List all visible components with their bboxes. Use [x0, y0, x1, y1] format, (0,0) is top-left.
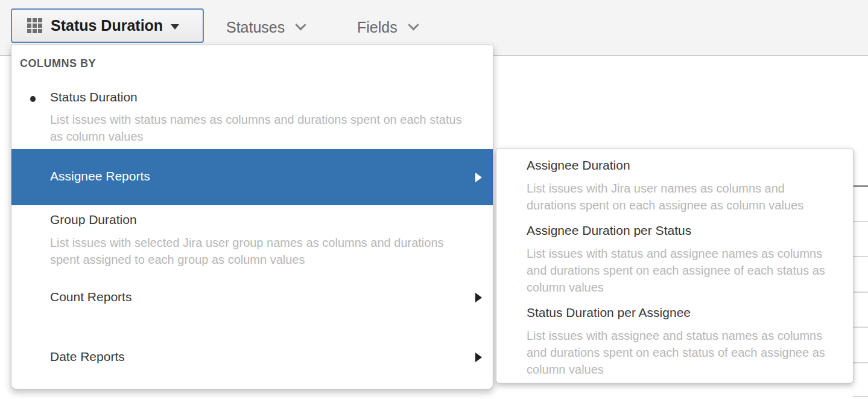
assignee-reports-submenu: Assignee Duration List issues with Jira … [496, 148, 854, 383]
chevron-down-icon [408, 19, 419, 30]
submenu-arrow-icon [475, 293, 482, 302]
background-table-header-line [853, 185, 868, 187]
chevron-down-icon [296, 19, 306, 30]
report-type-button[interactable]: Status Duration [11, 8, 204, 43]
submenu-arrow-icon [475, 173, 482, 182]
menu-item-group-duration-description: List issues with selected Jira user grou… [50, 234, 472, 268]
submenu-item-assignee-duration-per-status[interactable]: Assignee Duration per Status [527, 223, 691, 238]
menu-item-status-duration[interactable]: Status Duration [50, 89, 138, 105]
submenu-item-assignee-duration[interactable]: Assignee Duration [527, 158, 630, 173]
menu-item-count-reports[interactable]: Count Reports [50, 289, 131, 305]
menu-item-assignee-reports[interactable]: Assignee Reports [11, 149, 493, 205]
menu-item-group-duration[interactable]: Group Duration [50, 212, 137, 228]
menu-item-assignee-reports-label: Assignee Reports [50, 169, 150, 184]
grid-icon [27, 18, 42, 33]
menu-item-date-reports[interactable]: Date Reports [50, 349, 125, 365]
report-type-button-label: Status Duration [51, 17, 163, 34]
statuses-menu-label: Statuses [226, 19, 285, 36]
fields-menu-label: Fields [357, 19, 398, 36]
submenu-arrow-icon [475, 353, 482, 362]
submenu-item-assignee-duration-per-status-description: List issues with status and assignee nam… [527, 245, 832, 296]
section-label: COLUMNS BY [20, 57, 96, 70]
submenu-item-status-duration-per-assignee-description: List issues with assignee and status nam… [527, 327, 832, 378]
caret-down-icon [171, 24, 179, 30]
selected-item-bullet-icon [30, 96, 36, 102]
background-table-row-line [853, 327, 868, 328]
app-screen: Status Duration Statuses Fields COLUMNS … [0, 0, 868, 399]
submenu-item-status-duration-per-assignee[interactable]: Status Duration per Assignee [527, 305, 691, 320]
background-table-row-line [853, 292, 868, 293]
background-table-row-line [853, 221, 868, 222]
background-table-row-line [853, 256, 868, 257]
background-table-row-line [853, 396, 868, 397]
columns-by-dropdown: COLUMNS BY Status Duration List issues w… [11, 45, 493, 389]
background-table-row-line [853, 362, 868, 363]
submenu-item-assignee-duration-description: List issues with Jira user names as colu… [527, 180, 832, 214]
menu-item-status-duration-description: List issues with status names as columns… [50, 111, 472, 145]
